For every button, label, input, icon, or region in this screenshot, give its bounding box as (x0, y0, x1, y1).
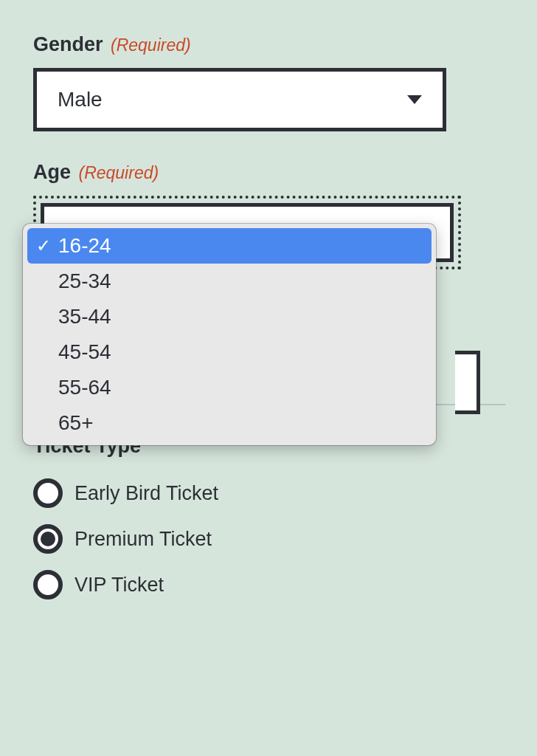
ticket-type-group: Ticket Type Early Bird TicketPremium Tic… (33, 435, 504, 599)
gender-select-value: Male (58, 88, 103, 111)
age-dropdown: 16-2425-3435-4445-5455-6465+ (23, 224, 436, 445)
gender-select[interactable]: Male (33, 68, 446, 131)
age-option[interactable]: 45-54 (27, 334, 432, 370)
age-required: (Required) (78, 163, 159, 182)
ticket-radio[interactable]: Early Bird Ticket (33, 478, 504, 508)
ticket-radio-label: VIP Ticket (75, 574, 164, 597)
gender-field: Gender (Required) Male (33, 33, 504, 131)
age-option[interactable]: 35-44 (27, 299, 432, 334)
age-option[interactable]: 25-34 (27, 264, 432, 299)
ticket-radio[interactable]: VIP Ticket (33, 570, 504, 599)
age-label: Age (33, 161, 71, 184)
chevron-down-icon (407, 95, 422, 104)
radio-icon (33, 524, 63, 554)
ticket-radio-label: Early Bird Ticket (75, 482, 218, 505)
gender-required: (Required) (111, 35, 191, 55)
partial-select-edge (455, 351, 480, 414)
age-field: Age (Required) 16-2425-3435-4445-5455-64… (33, 161, 504, 269)
radio-icon (33, 570, 63, 599)
ticket-radio[interactable]: Premium Ticket (33, 524, 504, 554)
radio-icon (33, 478, 63, 508)
age-option[interactable]: 65+ (27, 405, 432, 441)
age-option[interactable]: 55-64 (27, 370, 432, 405)
ticket-radio-label: Premium Ticket (75, 528, 212, 551)
gender-label: Gender (33, 33, 103, 56)
age-option[interactable]: 16-24 (27, 228, 432, 264)
